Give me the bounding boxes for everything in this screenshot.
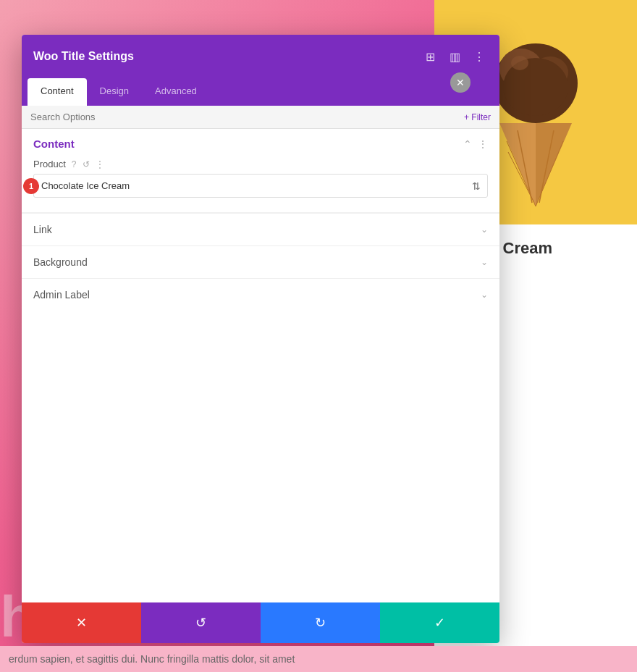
background-section-header[interactable]: Background ⌄ — [22, 246, 499, 278]
content-section: Content ⌃ ⋮ Product ? ↺ ⋮ 1 — [22, 129, 499, 213]
modal-footer: ✕ ↺ ↻ ✓ — [22, 602, 499, 643]
modal-title: Woo Title Settings — [33, 50, 134, 63]
columns-icon[interactable]: ▥ — [446, 48, 463, 65]
tab-design[interactable]: Design — [87, 78, 142, 106]
admin-label-collapse-icon: ⌄ — [481, 290, 488, 300]
admin-label-text: Admin Label — [33, 289, 90, 301]
more-options-icon[interactable]: ⋮ — [471, 48, 488, 65]
background-label: Background — [33, 256, 88, 268]
filter-button[interactable]: + Filter — [464, 112, 491, 122]
reset-icon[interactable]: ↺ — [83, 159, 90, 169]
modal-tabs: Content Design Advanced — [22, 78, 499, 106]
background-collapse-icon: ⌄ — [481, 257, 488, 267]
search-bar: + Filter — [22, 106, 499, 129]
product-select[interactable]: Chocolate Ice Cream — [33, 174, 488, 198]
product-label-row: Product ? ↺ ⋮ — [33, 159, 488, 169]
product-select-wrapper: 1 Chocolate Ice Cream ⇅ — [33, 174, 488, 198]
tab-content[interactable]: Content — [28, 78, 87, 106]
header-icons: ⊞ ▥ ⋮ — [421, 48, 488, 65]
field-more-icon[interactable]: ⋮ — [96, 159, 104, 169]
svg-point-11 — [511, 56, 528, 70]
section-more-icon[interactable]: ⋮ — [478, 138, 488, 150]
admin-label-section-header[interactable]: Admin Label ⌄ — [22, 279, 499, 311]
background-section: Background ⌄ — [22, 245, 499, 278]
product-label: Product — [33, 159, 66, 169]
modal-body: Content ⌃ ⋮ Product ? ↺ ⋮ 1 — [22, 129, 499, 602]
link-collapse-icon: ⌄ — [481, 224, 488, 235]
bottom-text-bar: erdum sapien, et sagittis dui. Nunc frin… — [0, 646, 637, 672]
link-section-header[interactable]: Link ⌄ — [22, 214, 499, 245]
fullscreen-icon[interactable]: ⊞ — [421, 48, 439, 65]
undo-button[interactable]: ↺ — [141, 602, 261, 643]
collapse-icon[interactable]: ⌃ — [463, 138, 472, 150]
admin-label-section: Admin Label ⌄ — [22, 278, 499, 311]
settings-modal: Woo Title Settings ⊞ ▥ ⋮ Content Design … — [22, 35, 499, 643]
product-row: Product ? ↺ ⋮ 1 Chocolate Ice Cream ⇅ — [33, 159, 488, 198]
content-section-title: Content — [33, 138, 75, 150]
search-input[interactable] — [30, 112, 464, 122]
content-section-header: Content ⌃ ⋮ — [33, 138, 488, 150]
modal-close-button[interactable]: ✕ — [450, 72, 471, 93]
section-actions: ⌃ ⋮ — [463, 138, 488, 150]
link-label: Link — [33, 224, 52, 235]
redo-button[interactable]: ↻ — [261, 602, 380, 643]
tab-advanced[interactable]: Advanced — [142, 78, 210, 106]
save-button[interactable]: ✓ — [380, 602, 499, 643]
help-icon[interactable]: ? — [72, 159, 77, 169]
modal-header: Woo Title Settings ⊞ ▥ ⋮ — [22, 35, 499, 78]
step-badge: 1 — [23, 178, 39, 194]
cancel-button[interactable]: ✕ — [22, 602, 141, 643]
product-select-container: Chocolate Ice Cream ⇅ — [33, 174, 488, 198]
link-section: Link ⌄ — [22, 213, 499, 245]
bottom-text-content: erdum sapien, et sagittis dui. Nunc frin… — [9, 653, 295, 665]
